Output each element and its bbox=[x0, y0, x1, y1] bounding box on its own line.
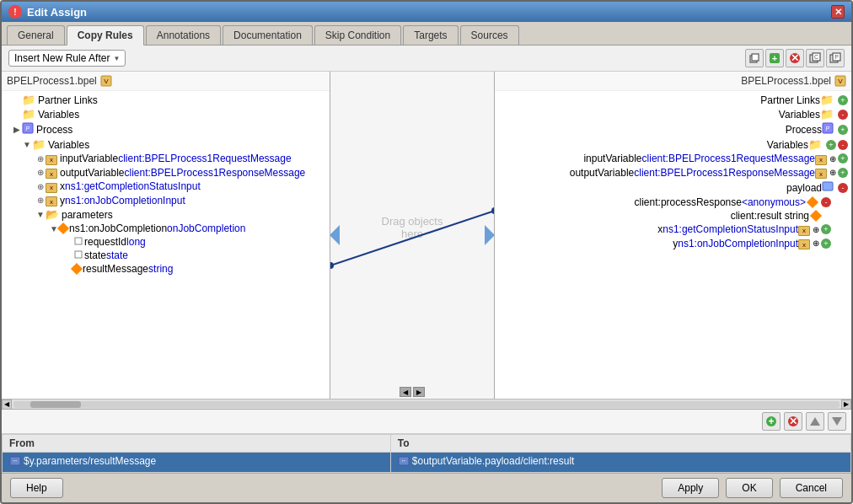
scroll-track bbox=[13, 401, 840, 408]
from-cell: ↔ $y.parameters/resultMessage bbox=[3, 453, 391, 473]
svg-text:P: P bbox=[826, 126, 830, 131]
remove-mapping-button[interactable]: ✕ bbox=[784, 412, 802, 431]
toolbar-copy4-button[interactable]: P bbox=[826, 49, 845, 67]
plus-icon5: + bbox=[838, 168, 848, 178]
cancel-button[interactable]: Cancel bbox=[780, 478, 843, 498]
var-icon4: x bbox=[798, 223, 810, 236]
panels-row: BPELProcess1.bpel V 📁 Partner Links bbox=[2, 72, 851, 399]
up-button[interactable] bbox=[806, 412, 824, 431]
tab-skip-condition[interactable]: Skip Condition bbox=[314, 25, 401, 45]
scroll-left-btn[interactable]: ◀ bbox=[2, 399, 12, 410]
tree-node[interactable]: Variables 📁 + - bbox=[498, 137, 848, 152]
tree-node[interactable]: ▼ 📁 Variables bbox=[5, 137, 326, 152]
toggle-icon: ⊕ bbox=[829, 168, 836, 177]
toolbar-copy1-button[interactable] bbox=[745, 49, 764, 67]
tree-node[interactable]: requestId long bbox=[5, 235, 326, 249]
tree-label: Variables bbox=[779, 109, 820, 121]
tree-node[interactable]: ⊕ x x ns1:getCompletionStatusInput bbox=[5, 180, 326, 194]
horizontal-scrollbar[interactable]: ◀ ▶ bbox=[2, 399, 851, 409]
tree-link: state bbox=[106, 249, 128, 261]
tree-label: Process bbox=[786, 124, 822, 136]
tree-node[interactable]: ⊕ x y ns1:onJobCompletionInput bbox=[5, 194, 326, 208]
tab-sources[interactable]: Sources bbox=[460, 25, 519, 45]
tab-copy-rules[interactable]: Copy Rules bbox=[67, 25, 144, 46]
toolbar-add-button[interactable]: + bbox=[765, 49, 784, 67]
to-cell: ↔ $outputVariable.payload/client:result bbox=[390, 453, 850, 473]
tree-node[interactable]: 📁 Partner Links bbox=[5, 93, 326, 107]
close-button[interactable]: ✕ bbox=[831, 5, 845, 19]
tree-node[interactable]: Process P + bbox=[498, 121, 848, 137]
tree-node-result-message[interactable]: resultMessage string bbox=[5, 262, 326, 276]
payload-icon bbox=[822, 180, 834, 195]
tree-node[interactable]: ⊕ x inputVariable client:BPELProcess1Req… bbox=[5, 152, 326, 166]
mapping-row[interactable]: ↔ $y.parameters/resultMessage ↔ bbox=[3, 453, 851, 473]
tree-node[interactable]: outputVariable client:BPELProcess1Respon… bbox=[498, 166, 848, 180]
tree-label: state bbox=[84, 249, 106, 261]
help-button[interactable]: Help bbox=[10, 478, 63, 498]
tabs-bar: General Copy Rules Annotations Documenta… bbox=[2, 22, 851, 46]
tree-label: inputVariable bbox=[60, 153, 118, 164]
scroll-left-btn[interactable]: ◀ bbox=[400, 387, 411, 397]
footer-right: Apply OK Cancel bbox=[662, 478, 843, 498]
tab-targets[interactable]: Targets bbox=[403, 25, 458, 45]
tree-node[interactable]: client:processResponse <anonymous> - bbox=[498, 196, 848, 209]
tree-node-client-result[interactable]: client:result string bbox=[498, 209, 848, 223]
tree-node[interactable]: y ns1:onJobCompletionInput x ⊕ + bbox=[498, 237, 848, 251]
var-icon3: x bbox=[815, 167, 827, 180]
tree-node[interactable]: payload - bbox=[498, 180, 848, 196]
add-icon: + bbox=[769, 52, 781, 64]
process-icon: P bbox=[822, 122, 834, 137]
tab-documentation[interactable]: Documentation bbox=[223, 25, 313, 45]
down-button[interactable] bbox=[828, 412, 846, 431]
tree-node[interactable]: Variables 📁 - bbox=[498, 107, 848, 121]
minus-icon2: - bbox=[838, 140, 848, 150]
svg-text:V: V bbox=[838, 78, 843, 85]
to-icon: ↔ bbox=[398, 455, 410, 467]
toolbar-delete-button[interactable]: ✕ bbox=[786, 49, 804, 67]
copy3-icon: C bbox=[809, 52, 821, 64]
add-mapping-icon: + bbox=[765, 416, 777, 427]
toggle-icon: ⊕ bbox=[813, 239, 819, 248]
folder-icon: 📁 bbox=[820, 108, 834, 121]
diamond-icon3 bbox=[810, 210, 822, 222]
tree-node[interactable]: ⊕ x outputVariable client:BPELProcess1Re… bbox=[5, 166, 326, 180]
toolbar-right: + ✕ C P bbox=[745, 49, 845, 67]
svg-text:↔: ↔ bbox=[13, 458, 19, 464]
tab-annotations[interactable]: Annotations bbox=[146, 25, 221, 45]
left-filename: BPELProcess1.bpel bbox=[7, 75, 97, 87]
toolbar-left: Insert New Rule After ▼ bbox=[8, 50, 126, 67]
tree-link: long bbox=[126, 236, 146, 248]
plus-icon6: + bbox=[821, 224, 831, 234]
tree-node[interactable]: inputVariable client:BPELProcess1Request… bbox=[498, 152, 848, 166]
plus-icon4: + bbox=[838, 153, 848, 164]
add-mapping-button[interactable]: + bbox=[762, 412, 781, 431]
svg-text:P: P bbox=[834, 54, 839, 60]
tree-node[interactable]: 📁 Variables bbox=[5, 107, 326, 121]
tree-label: client:result string bbox=[731, 210, 809, 222]
scroll-thumb[interactable] bbox=[30, 401, 81, 408]
toggle-icon: ▼ bbox=[22, 140, 32, 149]
svg-rect-1 bbox=[752, 54, 759, 61]
title-bar-left: ! Edit Assign bbox=[8, 5, 87, 19]
tree-node[interactable]: ▼ ns1:onJobCompletion onJobCompletion bbox=[5, 222, 326, 235]
tree-node[interactable]: ▶ P Process bbox=[5, 121, 326, 137]
apply-button[interactable]: Apply bbox=[662, 478, 719, 498]
tree-node[interactable]: ▼ 📂 parameters bbox=[5, 207, 326, 222]
insert-rule-dropdown[interactable]: Insert New Rule After ▼ bbox=[8, 50, 126, 67]
tree-node[interactable]: Partner Links 📁 + bbox=[498, 93, 848, 107]
tree-label: Process bbox=[36, 124, 72, 136]
tree-node[interactable]: x ns1:getCompletionStatusInput x ⊕ + bbox=[498, 223, 848, 237]
scroll-right-btn[interactable]: ▶ bbox=[413, 387, 425, 397]
tab-general[interactable]: General bbox=[7, 25, 65, 45]
right-filename: BPELProcess1.bpel bbox=[741, 75, 831, 87]
tree-label: Variables bbox=[38, 109, 79, 121]
svg-point-20 bbox=[491, 207, 495, 214]
ok-button[interactable]: OK bbox=[726, 478, 772, 498]
scroll-indicator: ◀ ▶ bbox=[400, 387, 425, 397]
toolbar-copy3-button[interactable]: C bbox=[806, 49, 824, 67]
scroll-right-btn[interactable]: ▶ bbox=[841, 399, 851, 410]
title-bar: ! Edit Assign ✕ bbox=[2, 2, 851, 22]
tree-node[interactable]: state state bbox=[5, 249, 326, 262]
plus-icon: + bbox=[838, 95, 848, 105]
svg-text:✕: ✕ bbox=[791, 52, 799, 64]
